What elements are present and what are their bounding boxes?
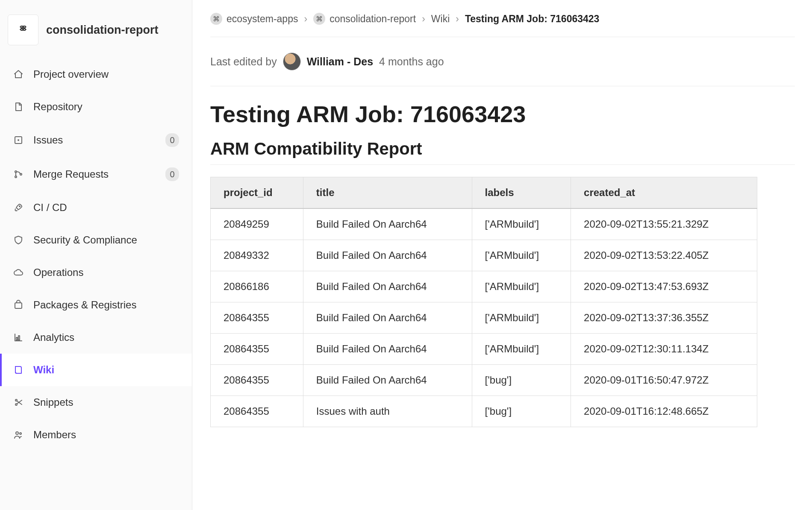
table-row: 20849332Build Failed On Aarch64['ARMbuil…: [211, 240, 757, 271]
svg-rect-7: [16, 337, 18, 340]
project-avatar-icon: [8, 15, 38, 45]
author-avatar[interactable]: [283, 53, 301, 70]
breadcrumb-item: Testing ARM Job: 716063423: [465, 13, 599, 25]
svg-point-11: [16, 432, 18, 434]
sidebar-item-label: Members: [33, 429, 179, 441]
package-icon: [13, 299, 24, 311]
table-cell: Issues with auth: [303, 396, 472, 427]
sidebar-item-cicd[interactable]: CI / CD: [0, 191, 192, 224]
book-icon: [13, 364, 24, 375]
table-cell: ['ARMbuild']: [472, 240, 571, 271]
table-cell: 20864355: [211, 334, 303, 365]
table-cell: ['bug']: [472, 365, 571, 396]
cloud-icon: [13, 267, 24, 278]
sidebar-item-packages[interactable]: Packages & Registries: [0, 289, 192, 321]
table-cell: ['ARMbuild']: [472, 208, 571, 240]
table-cell: ['ARMbuild']: [472, 334, 571, 365]
sidebar-item-repository[interactable]: Repository: [0, 91, 192, 123]
breadcrumb-label: Wiki: [431, 13, 450, 25]
breadcrumb-item[interactable]: ⌘consolidation-report: [313, 13, 416, 25]
table-cell: 20849332: [211, 240, 303, 271]
sidebar-item-operations[interactable]: Operations: [0, 256, 192, 289]
sidebar-item-overview[interactable]: Project overview: [0, 58, 192, 91]
table-row: 20864355Issues with auth['bug']2020-09-0…: [211, 396, 757, 427]
issues-icon: [13, 135, 24, 146]
scissors-icon: [13, 397, 24, 408]
table-row: 20864355Build Failed On Aarch64['bug']20…: [211, 365, 757, 396]
sidebar-item-label: Snippets: [33, 396, 179, 408]
report-table: project_idtitlelabelscreated_at 20849259…: [210, 177, 757, 427]
table-cell: Build Failed On Aarch64: [303, 334, 472, 365]
breadcrumb-item[interactable]: Wiki: [431, 13, 450, 25]
page-title: Testing ARM Job: 716063423: [210, 101, 795, 127]
table-header-row: project_idtitlelabelscreated_at: [211, 177, 757, 209]
table-row: 20866186Build Failed On Aarch64['ARMbuil…: [211, 271, 757, 302]
table-cell: 2020-09-02T12:30:11.134Z: [571, 334, 757, 365]
svg-point-12: [20, 433, 21, 434]
sidebar-item-label: Packages & Registries: [33, 299, 179, 311]
table-cell: 2020-09-02T13:47:53.693Z: [571, 271, 757, 302]
table-header-cell: title: [303, 177, 472, 209]
table-row: 20864355Build Failed On Aarch64['ARMbuil…: [211, 334, 757, 365]
sidebar-item-label: Repository: [33, 101, 179, 113]
table-cell: Build Failed On Aarch64: [303, 271, 472, 302]
main-content: ⌘ecosystem-apps›⌘consolidation-report›Wi…: [192, 0, 812, 510]
rocket-icon: [13, 202, 24, 213]
table-cell: 2020-09-02T13:55:21.329Z: [571, 208, 757, 240]
breadcrumb-separator: ›: [456, 13, 459, 25]
breadcrumb-avatar-icon: ⌘: [210, 13, 222, 25]
breadcrumb-item[interactable]: ⌘ecosystem-apps: [210, 13, 298, 25]
chart-icon: [13, 332, 24, 343]
sidebar-badge: 0: [165, 167, 179, 181]
app-root: consolidation-report Project overviewRep…: [0, 0, 812, 510]
svg-rect-6: [15, 303, 22, 308]
svg-point-5: [19, 206, 20, 207]
project-name: consolidation-report: [46, 23, 159, 37]
breadcrumb-label: consolidation-report: [330, 13, 416, 25]
table-cell: ['bug']: [472, 396, 571, 427]
table-cell: 2020-09-02T13:53:22.405Z: [571, 240, 757, 271]
sidebar-nav: Project overviewRepositoryIssues0Merge R…: [0, 58, 192, 451]
sidebar-item-analytics[interactable]: Analytics: [0, 321, 192, 354]
sidebar-item-label: Project overview: [33, 68, 179, 80]
sidebar-item-snippets[interactable]: Snippets: [0, 386, 192, 419]
table-cell: Build Failed On Aarch64: [303, 365, 472, 396]
sidebar-item-label: Operations: [33, 267, 179, 278]
members-icon: [13, 429, 24, 440]
sidebar-item-security[interactable]: Security & Compliance: [0, 224, 192, 256]
sidebar-item-label: CI / CD: [33, 202, 179, 214]
table-header-cell: project_id: [211, 177, 303, 209]
table-cell: ['ARMbuild']: [472, 271, 571, 302]
breadcrumb: ⌘ecosystem-apps›⌘consolidation-report›Wi…: [210, 13, 795, 37]
table-cell: 20864355: [211, 302, 303, 334]
sidebar-badge: 0: [165, 133, 179, 147]
breadcrumb-avatar-icon: ⌘: [313, 13, 325, 25]
table-cell: Build Failed On Aarch64: [303, 208, 472, 240]
sidebar-item-label: Issues: [33, 134, 156, 146]
svg-point-1: [18, 139, 19, 141]
sidebar: consolidation-report Project overviewRep…: [0, 0, 192, 510]
sidebar-item-merge-requests[interactable]: Merge Requests0: [0, 157, 192, 191]
table-header-cell: created_at: [571, 177, 757, 209]
author-name[interactable]: William - Des: [307, 56, 373, 68]
file-icon: [13, 101, 24, 112]
table-row: 20864355Build Failed On Aarch64['ARMbuil…: [211, 302, 757, 334]
shield-icon: [13, 234, 24, 246]
merge-icon: [13, 169, 24, 180]
sidebar-item-wiki[interactable]: Wiki: [0, 354, 192, 386]
breadcrumb-separator: ›: [422, 13, 425, 25]
sidebar-item-label: Analytics: [33, 331, 179, 343]
table-cell: 20866186: [211, 271, 303, 302]
sidebar-item-label: Security & Compliance: [33, 234, 179, 246]
section-title: ARM Compatibility Report: [210, 139, 795, 158]
sidebar-item-members[interactable]: Members: [0, 419, 192, 451]
table-cell: Build Failed On Aarch64: [303, 302, 472, 334]
table-cell: 2020-09-02T13:37:36.355Z: [571, 302, 757, 334]
sidebar-item-label: Merge Requests: [33, 168, 156, 180]
home-icon: [13, 69, 24, 80]
section-rule: [210, 164, 795, 165]
table-cell: 20864355: [211, 396, 303, 427]
sidebar-item-issues[interactable]: Issues0: [0, 123, 192, 157]
project-header[interactable]: consolidation-report: [0, 9, 192, 58]
table-cell: Build Failed On Aarch64: [303, 240, 472, 271]
